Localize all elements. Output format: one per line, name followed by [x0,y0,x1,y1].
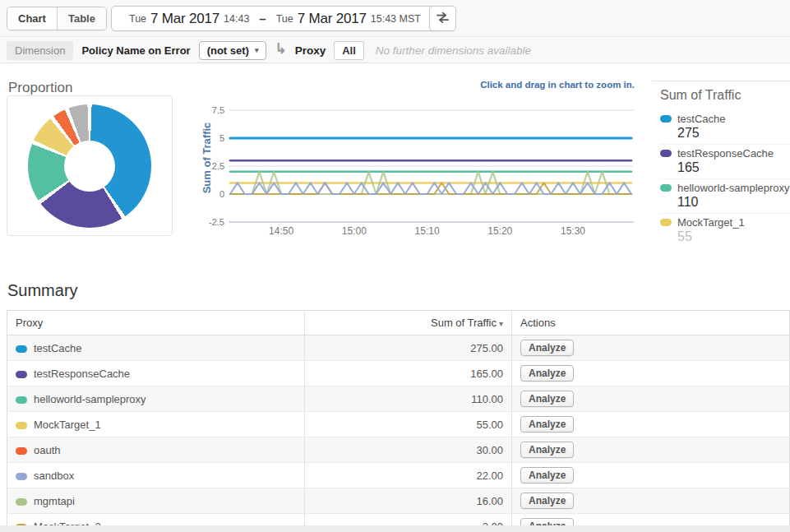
start-date: 7 Mar 2017 [150,11,219,27]
view-toggle: Chart Table [7,7,107,30]
proxy-cell: mgmtapi [7,488,305,514]
analyze-button[interactable]: Analyze [520,391,574,407]
table-row: testCache275.00Analyze [7,335,790,361]
donut-chart[interactable] [28,104,151,228]
analyze-button[interactable]: Analyze [520,365,574,382]
svg-text:15:10: 15:10 [415,225,440,237]
line-chart[interactable]: -2.502.557.514:5015:0015:1015:2015:30 [197,104,635,240]
table-row: helloworld-sampleproxy110.00Analyze [7,386,790,412]
analyze-button[interactable]: Analyze [520,493,574,509]
zoom-hint: Click and drag in chart to zoom in. [411,80,635,90]
legend-title: Sum of Traffic [660,88,790,103]
analyze-button[interactable]: Analyze [520,467,574,483]
column-header-actions: Actions [512,311,790,335]
table-row: oauth30.00Analyze [7,437,790,463]
table-row: testResponseCache165.00Analyze [7,361,790,386]
proxy-cell: sandbox [7,463,305,488]
proxy-color-dot [16,422,27,429]
legend-color-dot [660,150,672,157]
legend-item-value: 55 [677,229,790,244]
proxy-cell: helloworld-sampleproxy [7,386,305,412]
svg-text:5: 5 [219,133,224,143]
legend-item-row: testResponseCache [660,147,790,160]
page-bottom [0,525,790,532]
proxy-color-dot [16,473,27,480]
legend-item[interactable]: testResponseCache165 [660,145,790,179]
proxy-name: mgmtapi [34,495,75,507]
proxy-color-dot [16,498,27,506]
drill-arrow-icon: ↳ [275,42,286,56]
actions-cell: Analyze [512,386,790,412]
legend-item-row: MockTarget_1 [660,216,790,229]
legend-items: testCache275testResponseCache165hellowor… [660,110,790,247]
proxy-name: testCache [34,342,82,354]
proxy-cell: oauth [7,437,305,463]
legend-color-dot [660,115,672,123]
proxy-name: oauth [34,444,61,456]
legend-item-value: 110 [677,195,790,210]
legend-item-row: testCache [660,113,790,125]
start-time: 14:43 [224,13,249,25]
svg-text:15:00: 15:00 [342,225,367,237]
summary-header-row: Proxy Sum of Traffic▾ Actions [7,311,790,335]
analytics-dashboard: Chart Table Tue 7 Mar 2017 14:43 – Tue 7… [0,0,790,532]
top-toolbar: Chart Table Tue 7 Mar 2017 14:43 – Tue 7… [0,0,790,37]
actions-cell: Analyze [512,437,790,463]
dimension-value: (not set) [207,44,249,57]
proxy-color-dot [16,345,27,353]
proxy-cell: testCache [7,335,305,361]
date-range-picker[interactable]: Tue 7 Mar 2017 14:43 – Tue 7 Mar 2017 15… [111,6,439,31]
traffic-value-cell: 275.00 [305,335,512,361]
legend-item[interactable]: testCache275 [660,110,790,145]
analyze-button[interactable]: Analyze [520,340,574,356]
proportion-title: Proportion [8,80,72,96]
proxy-cell: MockTarget_1 [7,412,305,437]
proxy-cell: testResponseCache [7,361,305,386]
proxy-color-dot [16,447,27,455]
svg-text:15:30: 15:30 [561,225,585,237]
svg-text:2.5: 2.5 [212,161,224,171]
summary-table-body: testCache275.00AnalyzetestResponseCache1… [7,335,790,532]
actions-cell: Analyze [512,361,790,386]
svg-text:7.5: 7.5 [212,105,224,115]
svg-text:15:20: 15:20 [487,225,512,237]
dimension-value-dropdown[interactable]: (not set) ▾ [199,41,267,60]
svg-text:14:50: 14:50 [269,225,293,237]
dimension-bar: Dimension Policy Name on Error (not set)… [0,38,790,63]
legend-item-name: helloworld-sampleproxy [677,182,790,194]
legend-item-value: 165 [677,160,790,175]
proxy-name: testResponseCache [34,368,130,380]
end-time: 15:43 MST [371,13,421,25]
table-view-button[interactable]: Table [57,7,106,30]
column-header-sum-of-traffic[interactable]: Sum of Traffic▾ [305,311,512,335]
end-day: Tue [276,13,293,25]
actions-cell: Analyze [512,412,790,437]
chart-view-button[interactable]: Chart [7,7,57,30]
start-day: Tue [129,13,146,25]
refresh-icon [436,12,450,26]
analyze-button[interactable]: Analyze [520,442,574,458]
legend-item[interactable]: helloworld-sampleproxy110 [660,179,790,214]
summary-title: Summary [7,281,78,300]
traffic-value-cell: 30.00 [305,437,512,463]
sort-caret-icon: ▾ [499,319,503,328]
analyze-button[interactable]: Analyze [520,416,574,433]
proxy-filter-all-button[interactable]: All [334,41,364,60]
chart-legend: Sum of Traffic testCache275testResponseC… [652,81,790,247]
legend-item[interactable]: MockTarget_155 [660,214,790,247]
column-header-proxy[interactable]: Proxy [7,311,305,335]
dimension-name: Policy Name on Error [81,44,190,57]
proxy-color-dot [16,396,27,404]
drill-dimension-label: Proxy [295,44,326,57]
legend-item-name: MockTarget_1 [677,216,745,229]
actions-cell: Analyze [512,335,790,361]
legend-item-row: helloworld-sampleproxy [660,182,790,194]
table-row: MockTarget_155.00Analyze [7,412,790,437]
legend-color-dot [660,184,672,192]
traffic-value-cell: 16.00 [305,488,512,514]
proxy-name: helloworld-sampleproxy [34,393,146,405]
no-dimensions-note: No further dimensions available [376,44,531,57]
proxy-name: sandbox [34,470,74,482]
refresh-button[interactable] [429,6,456,31]
actions-cell: Analyze [512,488,790,514]
